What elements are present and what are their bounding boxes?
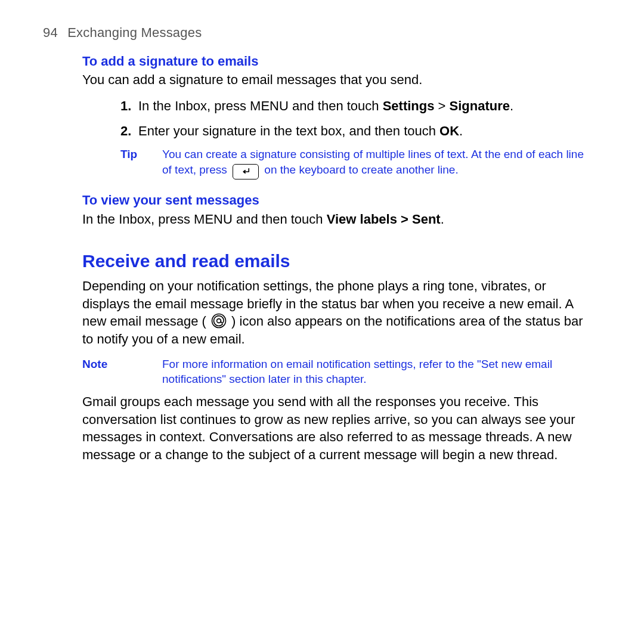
enter-key-icon bbox=[233, 164, 259, 179]
list-marker: 2. bbox=[120, 122, 138, 140]
tip-body: You can create a signature consisting of… bbox=[162, 147, 587, 179]
chapter-title: Exchanging Messages bbox=[67, 25, 202, 40]
tip-block: Tip You can create a signature consistin… bbox=[43, 147, 587, 179]
page-number: 94 bbox=[43, 25, 58, 40]
view-sent-body: In the Inbox, press MENU and then touch … bbox=[43, 210, 587, 228]
tip-label: Tip bbox=[120, 147, 162, 179]
note-label: Note bbox=[82, 357, 162, 387]
page-header: 94 Exchanging Messages bbox=[43, 24, 587, 42]
list-text: Enter your signature in the text box, an… bbox=[138, 122, 587, 140]
list-marker: 1. bbox=[120, 97, 138, 115]
signature-steps: 1. In the Inbox, press MENU and then tou… bbox=[43, 97, 587, 140]
receive-paragraph-2: Gmail groups each message you send with … bbox=[43, 393, 587, 464]
new-email-at-icon bbox=[211, 313, 227, 329]
list-item: 2. Enter your signature in the text box,… bbox=[120, 122, 587, 140]
svg-point-1 bbox=[217, 319, 221, 323]
list-text: In the Inbox, press MENU and then touch … bbox=[138, 97, 587, 115]
note-body: For more information on email notificati… bbox=[162, 357, 587, 387]
heading-add-signature: To add a signature to emails bbox=[43, 52, 587, 70]
heading-view-sent: To view your sent messages bbox=[43, 191, 587, 209]
note-block: Note For more information on email notif… bbox=[43, 357, 587, 387]
receive-paragraph-1: Depending on your notification settings,… bbox=[43, 277, 587, 348]
signature-intro: You can add a signature to email message… bbox=[43, 71, 587, 89]
heading-receive-read: Receive and read emails bbox=[43, 249, 587, 274]
list-item: 1. In the Inbox, press MENU and then tou… bbox=[120, 97, 587, 115]
